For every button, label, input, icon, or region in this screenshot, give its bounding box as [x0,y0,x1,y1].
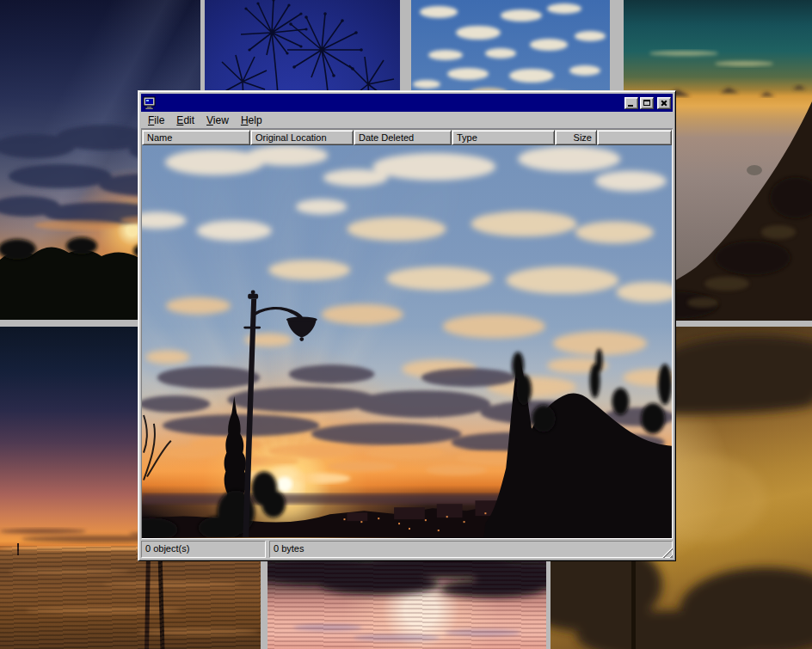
file-list-view: Name Original Location Date Deleted Type… [141,129,673,539]
status-bar: 0 object(s) 0 bytes [141,541,673,558]
menu-edit[interactable]: Edit [170,113,200,128]
maximize-button[interactable] [640,97,654,109]
water-ripples-overlay [0,546,261,649]
menu-view[interactable]: View [200,113,235,128]
maximize-icon [643,100,650,106]
status-object-count: 0 object(s) [141,541,266,558]
sunset-scene [142,145,672,537]
column-header-blank[interactable] [597,130,672,145]
minimize-button[interactable] [624,97,638,109]
minimize-icon [628,105,633,107]
column-header-size[interactable]: Size [555,130,597,145]
title-bar[interactable] [141,94,673,112]
column-header-type[interactable]: Type [452,130,555,145]
menu-help[interactable]: Help [235,113,268,128]
status-byte-count: 0 bytes [269,541,673,558]
reflection-ripples-overlay [268,559,546,649]
list-client-area-sunset-photo[interactable] [142,145,672,538]
menu-bar: File Edit View Help [141,112,673,129]
window-controls [624,97,671,109]
column-header-row: Name Original Location Date Deleted Type… [142,130,672,145]
computer-icon [143,96,157,109]
column-header-date-deleted[interactable]: Date Deleted [354,130,452,145]
column-header-original-location[interactable]: Original Location [250,130,354,145]
column-header-name[interactable]: Name [142,130,250,145]
recycle-bin-window: File Edit View Help Name Original Locati… [138,90,676,561]
close-button[interactable] [657,97,671,109]
menu-file[interactable]: File [142,113,170,128]
